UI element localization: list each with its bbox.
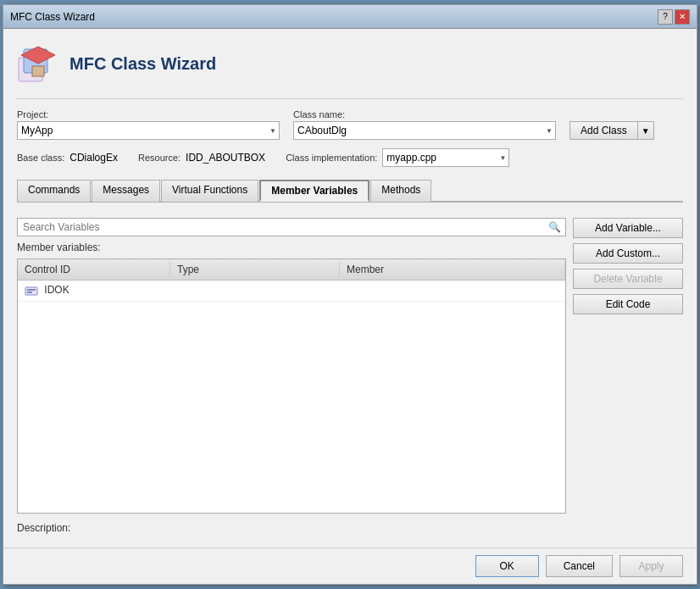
left-panel: 🔍 Member variables: Control ID Type Memb… <box>17 218 566 534</box>
search-input[interactable] <box>17 218 566 236</box>
tab-messages[interactable]: Messages <box>92 180 160 202</box>
tabs-bar: Commands Messages Virtual Functions Memb… <box>17 179 683 203</box>
wizard-title: MFC Class Wizard <box>69 54 216 74</box>
cell-control-id-text: IDOK <box>44 284 69 296</box>
project-group: Project: MyApp <box>17 109 280 140</box>
project-select[interactable]: MyApp <box>17 121 280 140</box>
title-bar: MFC Class Wizard ? ✕ <box>3 5 697 29</box>
add-class-button[interactable]: Add Class <box>569 121 637 140</box>
description-area: Description: <box>17 522 566 534</box>
help-button[interactable]: ? <box>658 9 673 25</box>
row-icon <box>25 284 38 297</box>
dialog-body: MFC Class Wizard Project: MyApp Class na… <box>3 29 697 547</box>
cell-member <box>340 289 565 292</box>
cell-type <box>170 289 340 292</box>
base-class-label: Base class: <box>17 153 64 163</box>
class-name-select[interactable]: CAboutDlg <box>293 121 556 140</box>
resource-item: Resource: IDD_ABOUTBOX <box>138 152 265 164</box>
svg-rect-3 <box>32 66 44 76</box>
window-title: MFC Class Wizard <box>10 11 95 23</box>
project-select-wrapper: MyApp <box>17 121 280 140</box>
base-class-item: Base class: CDialogEx <box>17 152 118 164</box>
class-impl-select[interactable]: myapp.cpp <box>382 148 509 167</box>
tab-commands[interactable]: Commands <box>17 180 91 202</box>
title-bar-buttons: ? ✕ <box>658 9 690 25</box>
col-header-type: Type <box>170 262 340 277</box>
col-header-member: Member <box>340 262 565 277</box>
header-area: MFC Class Wizard <box>17 42 683 85</box>
class-name-select-wrapper: CAboutDlg <box>293 121 556 140</box>
search-box-wrapper: 🔍 <box>17 218 566 236</box>
right-panel: Add Variable... Add Custom... Delete Var… <box>573 218 683 534</box>
project-label: Project: <box>17 109 280 119</box>
svg-rect-5 <box>27 289 36 291</box>
wizard-icon <box>17 42 59 85</box>
divider-top <box>17 98 683 99</box>
edit-code-button[interactable]: Edit Code <box>573 294 683 314</box>
tab-virtual-functions[interactable]: Virtual Functions <box>161 180 258 202</box>
add-variable-button[interactable]: Add Variable... <box>573 218 683 238</box>
tab-content: 🔍 Member variables: Control ID Type Memb… <box>17 218 683 534</box>
apply-button[interactable]: Apply <box>619 555 683 577</box>
add-class-btn-group: Add Class ▼ <box>569 121 654 140</box>
svg-rect-4 <box>25 287 37 295</box>
title-bar-left: MFC Class Wizard <box>10 11 95 23</box>
mfc-class-wizard-dialog: MFC Class Wizard ? ✕ MFC Class Wizard Pr… <box>3 4 697 585</box>
col-header-control-id: Control ID <box>18 262 170 277</box>
close-button[interactable]: ✕ <box>675 9 690 25</box>
add-custom-button[interactable]: Add Custom... <box>573 243 683 264</box>
svg-rect-6 <box>27 292 32 293</box>
class-impl-item: Class implementation: myapp.cpp <box>286 148 509 167</box>
tab-methods[interactable]: Methods <box>370 180 431 202</box>
dialog-footer: OK Cancel Apply <box>3 547 697 584</box>
resource-label: Resource: <box>138 153 181 163</box>
info-row: Base class: CDialogEx Resource: IDD_ABOU… <box>17 148 683 167</box>
member-variables-label: Member variables: <box>17 242 566 253</box>
class-impl-label: Class implementation: <box>286 153 377 163</box>
tab-member-variables[interactable]: Member Variables <box>259 180 369 202</box>
table-row[interactable]: IDOK <box>18 281 565 302</box>
class-name-group: Class name: CAboutDlg <box>293 109 556 140</box>
class-impl-select-wrapper: myapp.cpp <box>382 148 509 167</box>
description-label: Description: <box>17 522 70 534</box>
cell-control-id: IDOK <box>18 282 170 299</box>
variables-table: Control ID Type Member IDOK <box>17 258 566 514</box>
form-row-project-class: Project: MyApp Class name: CAboutDlg Add… <box>17 109 683 140</box>
table-header: Control ID Type Member <box>18 259 565 281</box>
ok-button[interactable]: OK <box>475 555 539 577</box>
class-name-label: Class name: <box>293 109 556 119</box>
delete-variable-button[interactable]: Delete Variable <box>573 269 683 289</box>
resource-value: IDD_ABOUTBOX <box>186 152 265 164</box>
cancel-button[interactable]: Cancel <box>546 555 613 577</box>
add-class-dropdown-button[interactable]: ▼ <box>637 121 654 140</box>
base-class-value: CDialogEx <box>69 152 118 164</box>
